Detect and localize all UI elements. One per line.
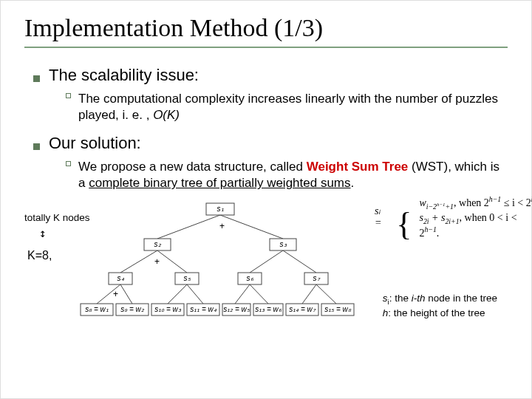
- svg-line-10: [235, 284, 250, 304]
- tree-svg: s₁ s₂ s₃ s₄ s₅ s₆ s₇ s₈ = w₁ s₉ = w₂: [76, 199, 364, 317]
- vertical-arrows-icon: ↕: [39, 226, 47, 240]
- hollow-square-bullet-icon: [66, 161, 71, 166]
- top-bullet-2: Our solution: We propose a new data stru…: [33, 134, 508, 191]
- cp: node in the tree: [425, 293, 497, 304]
- cp: : the height of the tree: [388, 307, 485, 318]
- figure-caption: si: the i-th node in the tree h: the hei…: [383, 292, 497, 321]
- node-s1: s₁: [217, 205, 224, 213]
- fp: +1: [446, 202, 454, 211]
- svg-line-5: [283, 250, 316, 273]
- svg-line-1: [220, 215, 283, 239]
- bullet-list: The scalability issue: The computational…: [24, 66, 508, 191]
- node-l1: s₈ = w₁: [85, 305, 109, 313]
- annotation-k8: K=8,: [27, 249, 52, 262]
- sub-bullet-2-1: We propose a new data structure, called …: [66, 159, 508, 191]
- text-part: .: [351, 176, 355, 190]
- cp: i-th: [412, 293, 426, 304]
- node-s7: s₇: [313, 274, 321, 282]
- node-l8: s₁₅ = w₈: [324, 305, 352, 313]
- node-l5: s₁₂ = w₅: [223, 305, 250, 313]
- cp: : the: [389, 293, 412, 304]
- svg-line-8: [168, 284, 187, 304]
- sub-list-2: We propose a new data structure, called …: [33, 159, 508, 191]
- fp: + s: [429, 212, 446, 223]
- left-brace-icon: {: [396, 206, 413, 242]
- caption-line-2: h: the height of the tree: [383, 307, 497, 320]
- page-title: Implementation Method (1/3): [24, 14, 508, 48]
- tree-diagram: s₁ s₂ s₃ s₄ s₅ s₆ s₇ s₈ = w₁ s₉ = w₂: [76, 199, 364, 317]
- plus-icon: +: [219, 221, 225, 231]
- hollow-square-bullet-icon: [66, 93, 71, 98]
- top-bullet-1: The scalability issue: The computational…: [33, 66, 508, 123]
- fp: ≤ i < 2: [501, 197, 531, 208]
- text-part: We propose a new data structure, called: [78, 160, 307, 174]
- fp: i−2: [426, 202, 437, 211]
- node-l2: s₉ = w₂: [120, 305, 145, 313]
- text-italic: O(K): [153, 108, 180, 122]
- figure-area: totally K nodes ↕ K=8,: [24, 202, 508, 327]
- sub-list-1: The computational complexity increases l…: [33, 91, 508, 123]
- svg-line-7: [120, 284, 132, 304]
- formula: sᵢ = { wi−2h−1+1, when 2h−1 ≤ i < 2h; s2…: [372, 194, 532, 239]
- top-bullet-2-text: Our solution:: [49, 134, 141, 153]
- svg-line-13: [316, 284, 336, 304]
- text-bold-red: Weight Sum Tree: [307, 160, 409, 174]
- fp: i−2h−1+1: [426, 202, 454, 211]
- formula-row1: wi−2h−1+1, when 2h−1 ≤ i < 2h;: [416, 194, 532, 211]
- plus-icon: +: [113, 289, 118, 299]
- fp: h−1: [489, 195, 501, 203]
- formula-row2: s2i + s2i+1, when 0 < i < 2h−1.: [416, 211, 532, 239]
- svg-line-11: [250, 284, 268, 304]
- fp: 2i: [423, 217, 429, 225]
- formula-lhs: sᵢ =: [372, 194, 393, 239]
- text-part: The computational complexity increases l…: [78, 92, 498, 122]
- plus-icon: +: [154, 256, 160, 267]
- node-s2: s₂: [154, 240, 162, 248]
- fp: .: [437, 227, 440, 238]
- sub-bullet-1-1-text: The computational complexity increases l…: [78, 91, 508, 123]
- svg-line-12: [302, 284, 316, 304]
- caption-line-1: si: the i-th node in the tree: [383, 292, 497, 307]
- svg-line-2: [120, 250, 157, 273]
- text-underline: complete binary tree of partially weight…: [89, 176, 350, 190]
- sub-bullet-1-1: The computational complexity increases l…: [66, 91, 508, 123]
- sub-bullet-2-1-text: We propose a new data structure, called …: [78, 159, 508, 191]
- node-l7: s₁₄ = w₇: [289, 305, 316, 313]
- node-s5: s₅: [184, 274, 191, 282]
- label: K=8,: [27, 249, 52, 262]
- cp: s: [383, 293, 388, 304]
- node-s4: s₄: [117, 274, 125, 282]
- node-l6: s₁₃ = w₆: [255, 305, 282, 313]
- node-l4: s₁₁ = w₄: [190, 305, 217, 313]
- fp: h−1: [424, 225, 436, 233]
- svg-line-4: [250, 250, 283, 273]
- fp: h−1: [437, 202, 446, 207]
- slide: Implementation Method (1/3) The scalabil…: [0, 0, 532, 399]
- top-bullet-1-text: The scalability issue:: [49, 66, 199, 85]
- square-bullet-icon: [33, 143, 40, 150]
- fp: 2i+1: [445, 217, 459, 225]
- node-s6: s₆: [247, 274, 254, 282]
- square-bullet-icon: [33, 75, 40, 82]
- fp: , when 2: [454, 197, 489, 208]
- node-s3: s₃: [280, 240, 287, 248]
- node-l3: s₁₀ = w₃: [154, 305, 182, 313]
- svg-line-3: [157, 250, 187, 273]
- svg-line-0: [157, 215, 220, 239]
- fp: w: [419, 197, 426, 208]
- svg-line-9: [187, 284, 203, 304]
